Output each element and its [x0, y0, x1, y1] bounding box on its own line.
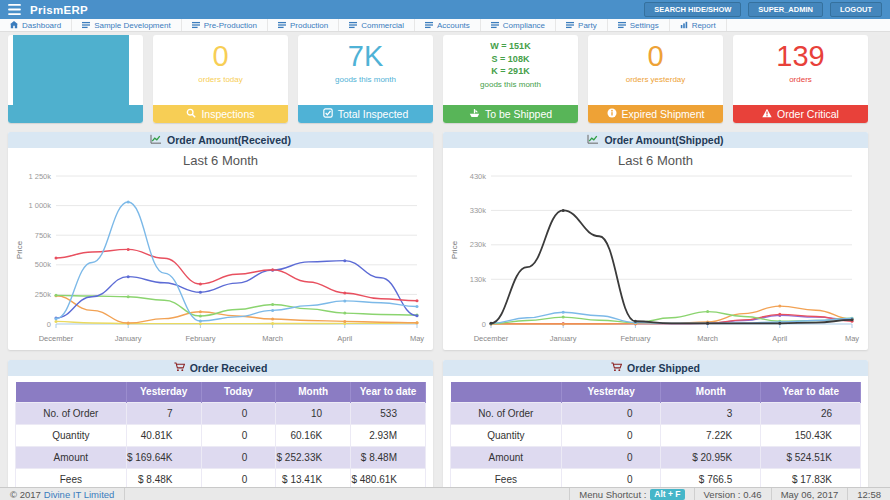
- svg-text:330k: 330k: [470, 206, 487, 215]
- menubar: DashboardSample DevelopmentPre-Productio…: [0, 19, 890, 32]
- card-total-inspected: 7Kgoods this monthTotal Inspected: [298, 35, 433, 123]
- card-value: 0: [153, 40, 288, 73]
- svg-text:May: May: [410, 334, 424, 343]
- row-label: Amount: [451, 446, 562, 468]
- order-received-table: YesterdayTodayMonthYear to dateNo. of Or…: [8, 382, 433, 491]
- menu-item-report[interactable]: Report: [670, 19, 727, 31]
- order-shipped-header: Order Shipped: [443, 360, 868, 376]
- super-admin-button[interactable]: SUPER_ADMIN: [748, 2, 823, 17]
- cell-value: 2.93M: [351, 424, 426, 446]
- svg-text:0: 0: [47, 320, 51, 329]
- panel-title: Order Received: [190, 362, 268, 374]
- table-header-today: Today: [201, 382, 276, 402]
- footer-status: Menu Shortcut : Alt + F Version : 0.46 M…: [569, 488, 890, 500]
- svg-text:500k: 500k: [35, 260, 52, 269]
- hamburger-menu-icon[interactable]: [8, 4, 21, 15]
- order-received-header: Order Received: [8, 360, 433, 376]
- svg-text:February: February: [620, 334, 650, 343]
- card-footer-label: Inspections: [201, 108, 254, 120]
- card-value: 7K: [298, 40, 433, 73]
- menu-item-label: Report: [692, 21, 716, 30]
- cell-value: 26: [761, 402, 861, 424]
- cell-value: $ 20.95K: [661, 446, 761, 468]
- menu-shortcut-key-badge: Alt + F: [650, 489, 684, 500]
- ship-icon: [469, 108, 480, 120]
- expired-shipment-button[interactable]: Expired Shipment: [588, 105, 723, 123]
- cell-value: 0: [201, 402, 276, 424]
- card-value: 0: [588, 40, 723, 73]
- card-sublabel: goods this month: [298, 75, 433, 84]
- table-header-blank: [16, 382, 127, 402]
- menu-item-sample-development[interactable]: Sample Development: [72, 19, 181, 31]
- time-display: 12:58: [847, 488, 890, 500]
- widget-footer[interactable]: [8, 105, 143, 123]
- line-chart-svg: 0250k500k750k1 000k1 250kDecemberJanuary…: [12, 168, 429, 350]
- list-icon: [82, 21, 90, 29]
- card-to-be-shipped: W = 151KS = 108KK = 291Kgoods this month…: [443, 35, 578, 123]
- svg-text:0: 0: [482, 320, 486, 329]
- cell-value: 0: [561, 402, 661, 424]
- info-icon: [607, 108, 617, 120]
- card-expired-shipment: 0orders yesterdayExpired Shipment: [588, 35, 723, 123]
- svg-text:750k: 750k: [35, 231, 52, 240]
- menu-item-accounts[interactable]: Accounts: [415, 19, 481, 31]
- menu-item-settings[interactable]: Settings: [608, 19, 670, 31]
- card-sublabel: orders: [733, 75, 868, 84]
- table-header-year-to-date: Year to date: [351, 382, 426, 402]
- search-hide-show-button[interactable]: SEARCH HIDE/SHOW: [644, 2, 741, 17]
- to-be-shipped-button[interactable]: To be Shipped: [443, 105, 578, 123]
- cell-value: 533: [351, 402, 426, 424]
- table-row-quantity: Quantity40.81K060.16K2.93M: [16, 424, 426, 446]
- order-amount-received-chart: 0250k500k750k1 000k1 250kDecemberJanuary…: [8, 168, 433, 350]
- card-order-critical: 139ordersOrder Critical: [733, 35, 868, 123]
- card-footer-label: To be Shipped: [485, 108, 552, 120]
- card-footer-label: Total Inspected: [338, 108, 409, 120]
- row-label: Quantity: [451, 424, 562, 446]
- menu-item-label: Settings: [630, 21, 659, 30]
- company-link[interactable]: Divine IT Limited: [44, 489, 115, 500]
- line-chart-svg: 0130k230k330k430kDecemberJanuaryFebruary…: [447, 168, 864, 350]
- menu-item-party[interactable]: Party: [556, 19, 608, 31]
- version-text: Version : 0.46: [704, 489, 762, 500]
- svg-text:February: February: [185, 334, 215, 343]
- card-sublabel: orders today: [153, 75, 288, 84]
- cell-value: $ 252.33K: [276, 446, 351, 468]
- cell-value: 40.81K: [126, 424, 201, 446]
- menu-item-commercial[interactable]: Commercial: [339, 19, 415, 31]
- total-inspected-button[interactable]: Total Inspected: [298, 105, 433, 123]
- svg-text:April: April: [337, 334, 352, 343]
- menu-item-label: Party: [578, 21, 597, 30]
- logout-button[interactable]: LOGOUT: [830, 2, 882, 17]
- table-header-month: Month: [276, 382, 351, 402]
- menu-item-compliance[interactable]: Compliance: [481, 19, 556, 31]
- footer-copyright: © 2017 Divine IT Limited: [0, 488, 125, 500]
- series-green: [56, 295, 417, 316]
- card-sublabel: orders yesterday: [588, 75, 723, 84]
- svg-text:May: May: [845, 334, 859, 343]
- card-body: W = 151KS = 108KK = 291Kgoods this month: [443, 35, 578, 105]
- svg-text:130k: 130k: [470, 275, 487, 284]
- menu-item-pre-production[interactable]: Pre-Production: [182, 19, 268, 31]
- card-sublabel: goods this month: [443, 80, 578, 89]
- svg-text:250k: 250k: [35, 290, 52, 299]
- order-critical-button[interactable]: Order Critical: [733, 105, 868, 123]
- svg-text:1 000k: 1 000k: [28, 201, 51, 210]
- check-icon: [323, 108, 333, 120]
- menu-item-label: Accounts: [437, 21, 470, 30]
- charts-row: Order Amount(Received) Last 6 Month 0250…: [8, 132, 868, 350]
- table-row-quantity: Quantity07.22K150.43K: [451, 424, 861, 446]
- order-amount-shipped-chart: 0130k230k330k430kDecemberJanuaryFebruary…: [443, 168, 868, 350]
- cart-icon: [611, 362, 622, 374]
- series-red: [56, 249, 417, 300]
- svg-text:April: April: [772, 334, 787, 343]
- chart-subtitle: Last 6 Month: [443, 153, 868, 168]
- stat-cards-row: 0orders todayInspections7Kgoods this mon…: [8, 35, 868, 123]
- cell-value: 7.22K: [661, 424, 761, 446]
- card-inspections: 0orders todayInspections: [153, 35, 288, 123]
- menu-item-production[interactable]: Production: [268, 19, 339, 31]
- inspections-button[interactable]: Inspections: [153, 105, 288, 123]
- order-shipped-table: YesterdayMonthYear to dateNo. of Order03…: [443, 382, 868, 491]
- menu-item-dashboard[interactable]: Dashboard: [0, 19, 72, 31]
- menu-shortcut: Menu Shortcut : Alt + F: [569, 488, 693, 500]
- list-icon: [618, 21, 626, 29]
